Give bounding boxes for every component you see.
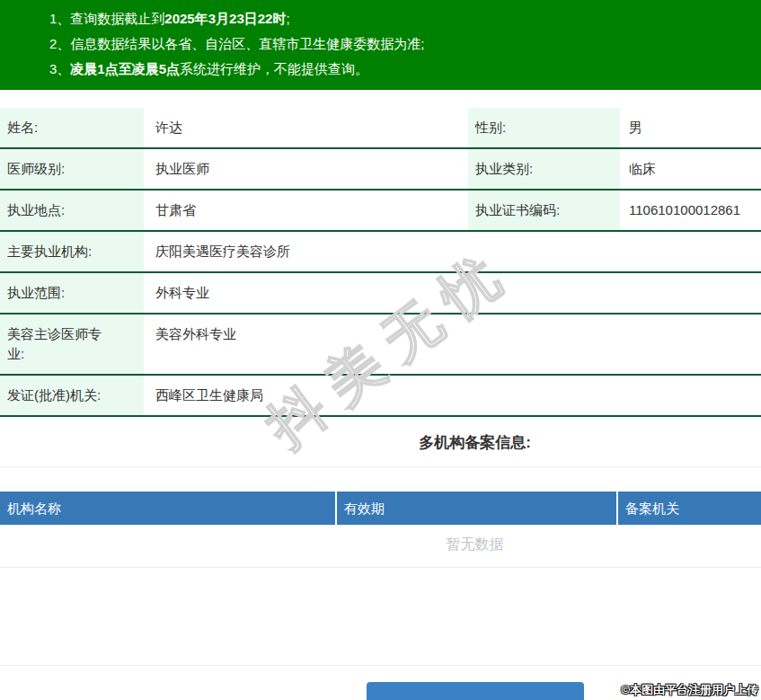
field-main-institution-value: 庆阳美遇医疗美容诊所 bbox=[144, 231, 761, 272]
column-header-filing-authority: 备案机关 bbox=[618, 492, 761, 525]
table-row: 姓名: 许达 性别: 男 bbox=[0, 108, 761, 148]
field-certificate-number-value: 110610100012861 bbox=[620, 190, 761, 231]
divider bbox=[0, 665, 761, 666]
field-certificate-number-label: 执业证书编码: bbox=[468, 190, 620, 231]
notice-number: 3、 bbox=[49, 61, 70, 76]
registry-table-header: 机构名称 有效期 备案机关 bbox=[0, 492, 761, 525]
notice-text: 信息数据结果以各省、自治区、直辖市卫生健康委数据为准; bbox=[70, 36, 424, 51]
field-practice-location-label: 执业地点: bbox=[0, 190, 144, 231]
field-issuing-authority-label: 发证(批准)机关: bbox=[0, 375, 144, 416]
upload-caption: ©本图由平台注册用户上传 bbox=[621, 682, 758, 698]
notice-text: ; bbox=[286, 11, 289, 26]
field-doctor-level-value: 执业医师 bbox=[144, 148, 468, 190]
notice-number: 2、 bbox=[49, 36, 70, 51]
notice-line-3: 3、凌晨1点至凌晨5点系统进行维护，不能提供查询。 bbox=[49, 57, 752, 82]
field-practice-scope-label: 执业范围: bbox=[0, 272, 144, 314]
table-row: 医师级别: 执业医师 执业类别: 临床 bbox=[0, 148, 761, 190]
column-header-validity-period: 有效期 bbox=[337, 492, 618, 525]
field-name-value: 许达 bbox=[144, 108, 468, 148]
table-row: 美容主诊医师专业: 美容外科专业 bbox=[0, 314, 761, 375]
empty-data-text: 暂无数据 bbox=[0, 525, 761, 568]
table-row: 主要执业机构: 庆阳美遇医疗美容诊所 bbox=[0, 231, 761, 272]
field-practice-category-value: 临床 bbox=[620, 148, 761, 190]
field-practice-category-label: 执业类别: bbox=[468, 148, 620, 190]
field-practice-location-value: 甘肃省 bbox=[144, 190, 468, 231]
notice-number: 1、 bbox=[49, 11, 70, 26]
spacer bbox=[0, 568, 761, 665]
divider bbox=[0, 466, 761, 467]
field-gender-value: 男 bbox=[620, 108, 761, 148]
field-doctor-level-label: 医师级别: bbox=[0, 148, 144, 190]
notice-line-1: 1、查询数据截止到2025年3月23日22时; bbox=[49, 6, 752, 31]
table-row: 发证(批准)机关: 西峰区卫生健康局 bbox=[0, 375, 761, 416]
field-gender-label: 性别: bbox=[468, 108, 620, 148]
close-window-button[interactable]: 〖关闭窗口〗 bbox=[367, 682, 584, 700]
notice-bold-text: 2025年3月23日22时 bbox=[164, 11, 286, 26]
notice-text: 系统进行维护，不能提供查询。 bbox=[180, 61, 368, 76]
column-header-institution-name: 机构名称 bbox=[0, 492, 337, 525]
notice-bold-text: 凌晨1点至凌晨5点 bbox=[70, 61, 180, 76]
table-row: 执业地点: 甘肃省 执业证书编码: 110610100012861 bbox=[0, 190, 761, 231]
field-cosmetic-specialty-value: 美容外科专业 bbox=[144, 314, 761, 375]
field-main-institution-label: 主要执业机构: bbox=[0, 231, 144, 272]
notice-line-2: 2、信息数据结果以各省、自治区、直辖市卫生健康委数据为准; bbox=[49, 31, 752, 57]
field-practice-scope-value: 外科专业 bbox=[144, 272, 761, 314]
field-cosmetic-specialty-label: 美容主诊医师专业: bbox=[0, 314, 144, 375]
field-issuing-authority-value: 西峰区卫生健康局 bbox=[144, 375, 761, 416]
notice-banner: 1、查询数据截止到2025年3月23日22时; 2、信息数据结果以各省、自治区、… bbox=[0, 0, 761, 90]
notice-text: 查询数据截止到 bbox=[70, 11, 164, 26]
table-row: 执业范围: 外科专业 bbox=[0, 272, 761, 314]
multi-institution-section-title: 多机构备案信息: bbox=[0, 432, 761, 453]
practitioner-info-table: 姓名: 许达 性别: 男 医师级别: 执业医师 执业类别: 临床 执业地点: 甘… bbox=[0, 108, 761, 417]
field-name-label: 姓名: bbox=[0, 108, 144, 148]
